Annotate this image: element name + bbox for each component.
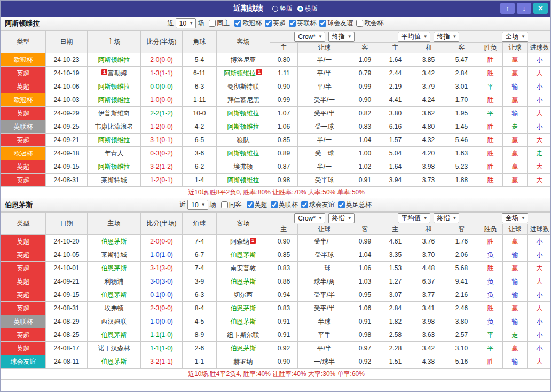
col-header-corner: 角球 <box>183 213 217 235</box>
odds-time-select[interactable]: 终指▼ <box>328 32 355 42</box>
layout-radio-vertical[interactable]: 竖版 <box>272 4 293 13</box>
bookmaker-select[interactable]: Crow*▼ <box>294 32 325 42</box>
avg-away-odds: 5.16 <box>445 355 478 369</box>
match-row: 英超24-10-01伯恩茅斯3-1(3-0)7-4南安普敦0.83一球1.061… <box>1 262 551 275</box>
avg-home-odds: 2.84 <box>379 302 412 315</box>
summary-text: 近10场,胜8平2负0, 胜率:80% 让胜率:70% 大率:50% 单率:50… <box>1 187 551 198</box>
checkbox-input[interactable] <box>271 201 278 208</box>
avg-draw-odds: 4.48 <box>412 262 445 275</box>
scope-select[interactable]: 全场▼ <box>502 32 528 42</box>
team-label: 拜仁慕尼黑 <box>227 96 259 104</box>
odds-time-select[interactable]: 终指▼ <box>328 213 355 223</box>
match-count-select[interactable]: 10▼ <box>187 200 208 210</box>
over-under-result: 大 <box>528 275 551 288</box>
checkbox-input[interactable] <box>221 201 228 208</box>
red-card-badge: 1 <box>256 69 262 75</box>
subcol-handicap-result: 让球 <box>503 224 528 235</box>
handicap-result: 赢 <box>503 262 528 275</box>
average-source-select[interactable]: 平均值▼ <box>398 213 430 223</box>
match-count-select[interactable]: 10▼ <box>176 18 196 28</box>
avg-draw-odds: 3.42 <box>412 342 445 355</box>
avg-away-odds: 5.68 <box>445 262 478 275</box>
match-date: 24-08-17 <box>46 342 88 355</box>
avg-home-odds: 3.94 <box>379 174 412 187</box>
score-halftime: 1-1(1-0) <box>141 328 183 342</box>
match-row: 英超24-08-31莱斯特城1-2(0-1)1-4阿斯顿维拉0.98受半球0.9… <box>1 174 551 187</box>
match-row: 英超24-09-15阿斯顿维拉3-2(1-2)6-2埃弗顿0.87半/一1.02… <box>1 160 551 174</box>
select-value: 终指 <box>332 214 345 223</box>
avg-draw-odds: 3.85 <box>412 53 445 67</box>
window-title: 近期战绩 <box>233 4 263 13</box>
avg-away-odds: 2.57 <box>445 328 478 342</box>
close-button[interactable]: × <box>533 3 548 14</box>
away-odds: 0.91 <box>351 174 379 187</box>
league-filter-checkbox[interactable]: 欧会杯 <box>356 19 383 28</box>
checkbox-input[interactable] <box>356 20 363 27</box>
over-under-result: 小 <box>528 288 551 302</box>
team-label: 伯恩茅斯 <box>231 278 256 285</box>
score-halftime: 2-2(1-2) <box>141 107 183 120</box>
score-halftime: 1-3(1-1) <box>141 67 183 80</box>
near-label: 近 <box>168 19 174 28</box>
chevron-down-icon: ▼ <box>318 216 322 221</box>
checkbox-input[interactable] <box>247 201 254 208</box>
win-draw-loss: 平 <box>478 107 503 120</box>
average-time-select[interactable]: 终指▼ <box>434 213 460 223</box>
checkbox-input[interactable] <box>234 20 241 27</box>
scope-select[interactable]: 全场▼ <box>502 213 528 223</box>
competition-badge: 英超 <box>1 302 46 315</box>
select-value: 终指 <box>332 32 345 41</box>
handicap-result: 赢 <box>503 53 528 67</box>
away-team: 埃弗顿 <box>217 160 270 174</box>
league-filter-checkbox[interactable]: 英超 <box>265 19 286 28</box>
corner-count: 1-4 <box>183 174 217 187</box>
checkbox-input[interactable] <box>338 201 345 208</box>
home-team: 年青人 <box>88 147 141 160</box>
league-filter-checkbox[interactable]: 英联杯 <box>289 19 316 28</box>
team-label: 伯恩茅斯 <box>231 304 256 312</box>
league-filter-checkbox[interactable]: 欧冠杯 <box>234 19 262 28</box>
match-row: 英超24-09-21利物浦3-0(3-0)3-9伯恩茅斯0.86球半/两1.03… <box>1 275 551 288</box>
team-label: 年青人 <box>105 150 124 157</box>
corner-count: 3-9 <box>183 275 217 288</box>
team-label: 赫罗纳 <box>234 358 253 365</box>
chevron-down-icon: ▼ <box>453 34 457 39</box>
league-filter-checkbox[interactable]: 英足总杯 <box>338 200 372 209</box>
checkbox-input[interactable] <box>289 20 296 27</box>
win-draw-loss: 胜 <box>478 134 503 147</box>
match-date: 24-09-21 <box>46 275 88 288</box>
same-venue-checkbox[interactable]: 同客 <box>221 200 242 209</box>
same-venue-checkbox[interactable]: 同主 <box>209 19 230 28</box>
competition-badge: 欧冠杯 <box>1 147 46 160</box>
bookmaker-select[interactable]: Crow*▼ <box>294 213 325 223</box>
checkbox-input[interactable] <box>301 201 308 208</box>
average-source-select[interactable]: 平均值▼ <box>398 32 430 42</box>
match-date: 24-09-15 <box>46 160 88 174</box>
subcol-handicap: 让球 <box>298 43 351 53</box>
avg-home-odds: 2.58 <box>379 328 412 342</box>
over-under-result: 大 <box>528 302 551 315</box>
team-label: 阿斯顿维拉 <box>227 176 259 184</box>
checkbox-input[interactable] <box>265 20 272 27</box>
league-filter-checkbox[interactable]: 球会友谊 <box>301 200 335 209</box>
league-filter-checkbox[interactable]: 球会友谊 <box>319 19 353 28</box>
avg-draw-odds: 3.77 <box>412 288 445 302</box>
layout-radio-horizontal[interactable]: 横版 <box>297 4 318 13</box>
col-header-type: 类型 <box>1 213 46 235</box>
select-value: 全场 <box>506 32 518 41</box>
chevron-down-icon: ▼ <box>521 34 525 39</box>
checkbox-input[interactable] <box>209 20 216 27</box>
scroll-down-button[interactable]: ↓ <box>517 3 531 14</box>
competition-badge: 欧冠杯 <box>1 93 46 107</box>
chevron-down-icon: ▼ <box>453 216 457 221</box>
league-filter-checkbox[interactable]: 英超 <box>247 200 267 209</box>
checkbox-input[interactable] <box>319 20 326 27</box>
team-label: 莱斯特城 <box>101 176 127 184</box>
team-label: 切尔西 <box>234 291 253 299</box>
average-time-select[interactable]: 终指▼ <box>434 32 460 42</box>
away-odds: 0.95 <box>351 288 379 302</box>
league-filter-checkbox[interactable]: 英联杯 <box>271 200 298 209</box>
match-row: 英联杯24-09-25韦康比流浪者1-2(0-0)4-2阿斯顿维拉1.06受一球… <box>1 120 551 134</box>
away-odds: 0.83 <box>351 120 379 134</box>
scroll-up-button[interactable]: ↑ <box>500 3 515 14</box>
